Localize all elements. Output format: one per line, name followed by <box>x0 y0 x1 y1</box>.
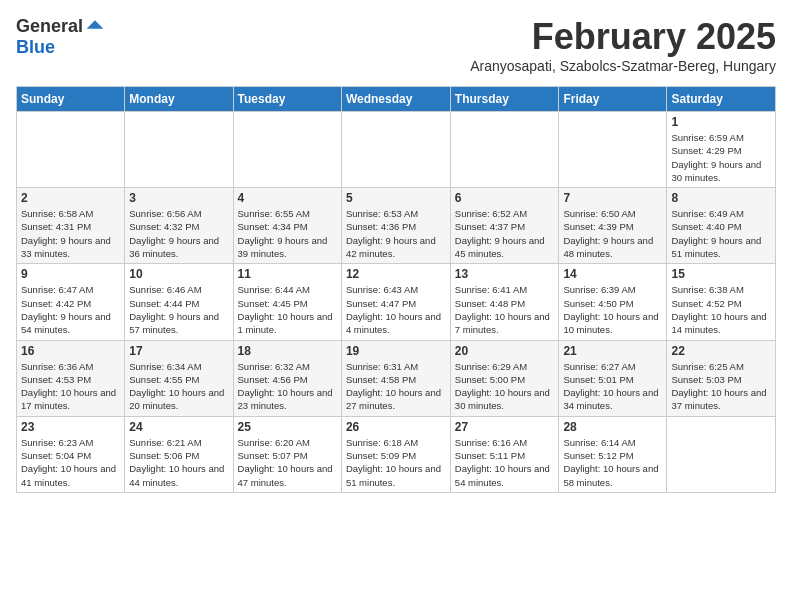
calendar-cell: 1Sunrise: 6:59 AM Sunset: 4:29 PM Daylig… <box>667 112 776 188</box>
calendar-cell: 21Sunrise: 6:27 AM Sunset: 5:01 PM Dayli… <box>559 340 667 416</box>
calendar-cell: 27Sunrise: 6:16 AM Sunset: 5:11 PM Dayli… <box>450 416 559 492</box>
logo-icon <box>85 17 105 37</box>
calendar-cell: 5Sunrise: 6:53 AM Sunset: 4:36 PM Daylig… <box>341 188 450 264</box>
day-info: Sunrise: 6:38 AM Sunset: 4:52 PM Dayligh… <box>671 283 771 336</box>
day-info: Sunrise: 6:43 AM Sunset: 4:47 PM Dayligh… <box>346 283 446 336</box>
day-info: Sunrise: 6:31 AM Sunset: 4:58 PM Dayligh… <box>346 360 446 413</box>
weekday-header: Sunday <box>17 87 125 112</box>
logo: General Blue <box>16 16 105 58</box>
calendar-cell: 22Sunrise: 6:25 AM Sunset: 5:03 PM Dayli… <box>667 340 776 416</box>
day-info: Sunrise: 6:52 AM Sunset: 4:37 PM Dayligh… <box>455 207 555 260</box>
day-info: Sunrise: 6:36 AM Sunset: 4:53 PM Dayligh… <box>21 360 120 413</box>
calendar-cell: 3Sunrise: 6:56 AM Sunset: 4:32 PM Daylig… <box>125 188 233 264</box>
day-info: Sunrise: 6:41 AM Sunset: 4:48 PM Dayligh… <box>455 283 555 336</box>
day-number: 11 <box>238 267 337 281</box>
day-number: 3 <box>129 191 228 205</box>
weekday-header: Saturday <box>667 87 776 112</box>
day-info: Sunrise: 6:47 AM Sunset: 4:42 PM Dayligh… <box>21 283 120 336</box>
day-info: Sunrise: 6:34 AM Sunset: 4:55 PM Dayligh… <box>129 360 228 413</box>
calendar-cell: 28Sunrise: 6:14 AM Sunset: 5:12 PM Dayli… <box>559 416 667 492</box>
day-info: Sunrise: 6:21 AM Sunset: 5:06 PM Dayligh… <box>129 436 228 489</box>
day-number: 16 <box>21 344 120 358</box>
day-info: Sunrise: 6:23 AM Sunset: 5:04 PM Dayligh… <box>21 436 120 489</box>
day-info: Sunrise: 6:58 AM Sunset: 4:31 PM Dayligh… <box>21 207 120 260</box>
weekday-header: Monday <box>125 87 233 112</box>
calendar-cell: 18Sunrise: 6:32 AM Sunset: 4:56 PM Dayli… <box>233 340 341 416</box>
day-number: 9 <box>21 267 120 281</box>
calendar-cell: 9Sunrise: 6:47 AM Sunset: 4:42 PM Daylig… <box>17 264 125 340</box>
day-info: Sunrise: 6:32 AM Sunset: 4:56 PM Dayligh… <box>238 360 337 413</box>
location-subtitle: Aranyosapati, Szabolcs-Szatmar-Bereg, Hu… <box>470 58 776 74</box>
calendar-cell <box>667 416 776 492</box>
day-info: Sunrise: 6:55 AM Sunset: 4:34 PM Dayligh… <box>238 207 337 260</box>
calendar-cell: 12Sunrise: 6:43 AM Sunset: 4:47 PM Dayli… <box>341 264 450 340</box>
calendar-cell: 16Sunrise: 6:36 AM Sunset: 4:53 PM Dayli… <box>17 340 125 416</box>
day-info: Sunrise: 6:14 AM Sunset: 5:12 PM Dayligh… <box>563 436 662 489</box>
day-number: 28 <box>563 420 662 434</box>
calendar-cell: 13Sunrise: 6:41 AM Sunset: 4:48 PM Dayli… <box>450 264 559 340</box>
day-number: 4 <box>238 191 337 205</box>
calendar-cell: 2Sunrise: 6:58 AM Sunset: 4:31 PM Daylig… <box>17 188 125 264</box>
calendar-cell <box>559 112 667 188</box>
calendar-cell <box>17 112 125 188</box>
weekday-header: Tuesday <box>233 87 341 112</box>
weekday-header: Friday <box>559 87 667 112</box>
calendar-cell <box>125 112 233 188</box>
calendar-week-row: 16Sunrise: 6:36 AM Sunset: 4:53 PM Dayli… <box>17 340 776 416</box>
day-number: 2 <box>21 191 120 205</box>
day-info: Sunrise: 6:25 AM Sunset: 5:03 PM Dayligh… <box>671 360 771 413</box>
day-number: 14 <box>563 267 662 281</box>
calendar-cell: 24Sunrise: 6:21 AM Sunset: 5:06 PM Dayli… <box>125 416 233 492</box>
calendar-cell: 6Sunrise: 6:52 AM Sunset: 4:37 PM Daylig… <box>450 188 559 264</box>
day-number: 20 <box>455 344 555 358</box>
day-number: 1 <box>671 115 771 129</box>
day-info: Sunrise: 6:20 AM Sunset: 5:07 PM Dayligh… <box>238 436 337 489</box>
day-info: Sunrise: 6:16 AM Sunset: 5:11 PM Dayligh… <box>455 436 555 489</box>
day-number: 12 <box>346 267 446 281</box>
month-title: February 2025 <box>532 16 776 58</box>
day-info: Sunrise: 6:50 AM Sunset: 4:39 PM Dayligh… <box>563 207 662 260</box>
day-info: Sunrise: 6:59 AM Sunset: 4:29 PM Dayligh… <box>671 131 771 184</box>
day-info: Sunrise: 6:27 AM Sunset: 5:01 PM Dayligh… <box>563 360 662 413</box>
day-number: 7 <box>563 191 662 205</box>
weekday-header-row: SundayMondayTuesdayWednesdayThursdayFrid… <box>17 87 776 112</box>
day-info: Sunrise: 6:49 AM Sunset: 4:40 PM Dayligh… <box>671 207 771 260</box>
calendar-week-row: 9Sunrise: 6:47 AM Sunset: 4:42 PM Daylig… <box>17 264 776 340</box>
day-info: Sunrise: 6:39 AM Sunset: 4:50 PM Dayligh… <box>563 283 662 336</box>
calendar-cell: 17Sunrise: 6:34 AM Sunset: 4:55 PM Dayli… <box>125 340 233 416</box>
calendar-cell: 10Sunrise: 6:46 AM Sunset: 4:44 PM Dayli… <box>125 264 233 340</box>
day-number: 5 <box>346 191 446 205</box>
calendar-cell: 19Sunrise: 6:31 AM Sunset: 4:58 PM Dayli… <box>341 340 450 416</box>
calendar-cell: 26Sunrise: 6:18 AM Sunset: 5:09 PM Dayli… <box>341 416 450 492</box>
page-header: General Blue February 2025 Aranyosapati,… <box>16 16 776 82</box>
day-number: 6 <box>455 191 555 205</box>
day-info: Sunrise: 6:53 AM Sunset: 4:36 PM Dayligh… <box>346 207 446 260</box>
calendar-cell: 20Sunrise: 6:29 AM Sunset: 5:00 PM Dayli… <box>450 340 559 416</box>
calendar-cell: 23Sunrise: 6:23 AM Sunset: 5:04 PM Dayli… <box>17 416 125 492</box>
weekday-header: Thursday <box>450 87 559 112</box>
calendar-cell: 8Sunrise: 6:49 AM Sunset: 4:40 PM Daylig… <box>667 188 776 264</box>
day-number: 15 <box>671 267 771 281</box>
day-number: 25 <box>238 420 337 434</box>
day-info: Sunrise: 6:29 AM Sunset: 5:00 PM Dayligh… <box>455 360 555 413</box>
calendar-cell: 7Sunrise: 6:50 AM Sunset: 4:39 PM Daylig… <box>559 188 667 264</box>
day-number: 19 <box>346 344 446 358</box>
calendar-cell: 15Sunrise: 6:38 AM Sunset: 4:52 PM Dayli… <box>667 264 776 340</box>
calendar-week-row: 23Sunrise: 6:23 AM Sunset: 5:04 PM Dayli… <box>17 416 776 492</box>
day-info: Sunrise: 6:18 AM Sunset: 5:09 PM Dayligh… <box>346 436 446 489</box>
calendar-cell <box>233 112 341 188</box>
day-number: 23 <box>21 420 120 434</box>
calendar-cell: 25Sunrise: 6:20 AM Sunset: 5:07 PM Dayli… <box>233 416 341 492</box>
day-number: 8 <box>671 191 771 205</box>
day-number: 17 <box>129 344 228 358</box>
day-number: 21 <box>563 344 662 358</box>
day-info: Sunrise: 6:44 AM Sunset: 4:45 PM Dayligh… <box>238 283 337 336</box>
day-number: 13 <box>455 267 555 281</box>
logo-general-text: General <box>16 16 83 37</box>
logo-blue-text: Blue <box>16 37 55 58</box>
calendar-cell <box>450 112 559 188</box>
day-number: 24 <box>129 420 228 434</box>
day-info: Sunrise: 6:56 AM Sunset: 4:32 PM Dayligh… <box>129 207 228 260</box>
day-number: 18 <box>238 344 337 358</box>
calendar-week-row: 2Sunrise: 6:58 AM Sunset: 4:31 PM Daylig… <box>17 188 776 264</box>
